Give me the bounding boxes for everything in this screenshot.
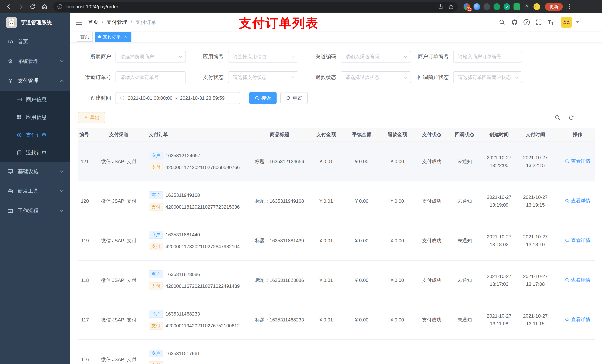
view-detail-link[interactable]: 查看详情: [565, 316, 590, 323]
breadcrumb-home[interactable]: 首页: [88, 19, 103, 26]
pay-order-no: 4200001181202110277723215336: [165, 204, 240, 210]
cell-created: 2021-10-2713:18:02: [481, 221, 517, 260]
sidebar-item-label: 应用信息: [26, 114, 47, 121]
site-info-icon[interactable]: [57, 4, 63, 10]
refresh-icon[interactable]: [568, 114, 575, 121]
merchant-select[interactable]: [116, 51, 186, 62]
cell-fee: ¥ 0.00: [344, 221, 379, 260]
tag-pay-order[interactable]: 支付订单 ×: [95, 32, 131, 42]
browser-menu-icon[interactable]: [567, 3, 572, 11]
share-icon[interactable]: [438, 4, 443, 10]
extensions-area: 10 更新: [461, 3, 575, 11]
back-icon[interactable]: [4, 1, 14, 12]
refund-status-select[interactable]: [341, 71, 411, 83]
extension-check-icon[interactable]: [504, 3, 510, 10]
cell-paid: 2021-10-2713:18:10: [517, 221, 553, 260]
field-label: 创建时间: [78, 94, 116, 102]
document-icon: [16, 150, 22, 156]
cell-order: 商户1635311949168 支付4200001181202110277723…: [143, 181, 251, 221]
pay-tag: 支付: [149, 164, 163, 171]
breadcrumb-payment[interactable]: 支付管理: [107, 19, 132, 26]
browser-update-button[interactable]: 更新: [545, 3, 563, 11]
avatar-caret-icon[interactable]: [576, 21, 579, 23]
channel-code-input[interactable]: [341, 51, 411, 62]
help-icon[interactable]: ?: [524, 19, 530, 25]
app-title: 芋道管理系统: [21, 19, 52, 26]
cell-refund: ¥ 0.00: [379, 300, 415, 340]
font-size-icon[interactable]: TT: [548, 19, 553, 25]
top-navbar: 首页 支付管理 支付订单 支付订单列表 ? TT: [70, 13, 602, 31]
table-row: 118 微信 JSAPI 支付 商户1635311823086 支付420000…: [78, 260, 595, 300]
view-detail-link[interactable]: 查看详情: [565, 198, 590, 204]
cell-title: 标题：1635311468233: [251, 300, 308, 340]
chevron-down-icon: [60, 208, 64, 212]
refund-status-input[interactable]: [341, 71, 411, 83]
github-icon[interactable]: [511, 19, 518, 26]
sidebar-item-refund-order[interactable]: 退款订单: [0, 144, 70, 162]
extension-pin-icon[interactable]: [524, 3, 530, 10]
app-logo[interactable]: 芋道管理系统: [0, 13, 70, 32]
extension-colorful-icon[interactable]: 10: [463, 3, 470, 10]
sidebar-item-system[interactable]: ⚙ 系统管理: [0, 52, 70, 71]
cell-action: 查看详情: [553, 221, 595, 260]
bookmark-star-icon[interactable]: [448, 4, 454, 10]
sidebar-item-app-info[interactable]: 应用信息: [0, 108, 70, 126]
channel-order-no-field[interactable]: [116, 71, 186, 83]
sidebar-item-label: 首页: [18, 38, 28, 45]
extension-green-icon[interactable]: [494, 3, 500, 10]
channel-order-no-input[interactable]: [116, 71, 186, 83]
cell-action: 查看详情: [553, 260, 595, 300]
pay-status-select[interactable]: [228, 71, 298, 83]
pay-order-no: 4200001167202110271022491439: [165, 283, 240, 289]
extension-dark-icon[interactable]: [484, 3, 490, 10]
cell-paid: 2021-10-2713:17:08: [517, 260, 553, 300]
search-toggle-icon[interactable]: [554, 114, 561, 121]
field-label: 渠道编码: [303, 53, 341, 60]
app-select[interactable]: [228, 51, 298, 62]
search-icon[interactable]: [498, 19, 506, 26]
sidebar-item-pay-order[interactable]: 支付订单: [0, 126, 70, 144]
profile-emoji-icon[interactable]: [534, 3, 540, 10]
cell-amount: ¥ 0.01: [308, 142, 344, 181]
fullscreen-icon[interactable]: [535, 19, 542, 26]
app-select-input[interactable]: [228, 51, 298, 62]
url-bar[interactable]: localhost:1024/pay/order: [53, 2, 458, 12]
reload-icon[interactable]: [27, 1, 38, 12]
date-range-picker[interactable]: 2021-10-01 00:00:00 - 2021-10-31 23:59:5…: [116, 92, 240, 104]
field-label: 渠道订单号: [78, 74, 116, 81]
view-detail-link[interactable]: 查看详情: [565, 277, 590, 283]
sidebar-item-devtools[interactable]: 研发工具: [0, 181, 70, 201]
extension-blue-drop-icon[interactable]: [473, 3, 480, 10]
sidebar-item-payment[interactable]: ¥ 支付管理: [0, 71, 70, 91]
pay-status-input[interactable]: [228, 71, 298, 83]
sidebar-item-infrastructure[interactable]: 基础设施: [0, 162, 70, 181]
channel-code-select[interactable]: [341, 51, 411, 62]
merchant-order-no-input[interactable]: [453, 51, 522, 62]
search-button[interactable]: 搜索: [249, 92, 277, 104]
sidebar-toggle-icon[interactable]: [70, 13, 88, 31]
merchant-order-no-field[interactable]: [453, 51, 522, 62]
close-icon[interactable]: ×: [123, 34, 128, 39]
home-icon[interactable]: [39, 1, 50, 12]
avatar[interactable]: [561, 17, 572, 28]
tag-home[interactable]: 首页: [77, 32, 93, 42]
sidebar-item-workflow[interactable]: 工作流程: [0, 201, 70, 220]
view-detail-link[interactable]: 查看详情: [565, 237, 590, 244]
forward-icon[interactable]: [16, 1, 26, 12]
view-detail-link[interactable]: 查看详情: [565, 158, 590, 165]
cell-notify: 未通知: [448, 221, 481, 260]
export-button[interactable]: 导出: [78, 112, 105, 123]
cell-refund: ¥ 0.00: [379, 221, 415, 260]
page-content: 所属商户 应用编号 渠道编码: [70, 43, 602, 364]
sidebar-item-home[interactable]: 首页: [0, 32, 70, 52]
sidebar-item-merchant-info[interactable]: 商户信息: [0, 91, 70, 108]
notify-status-input[interactable]: [453, 71, 522, 83]
cell-channel: 微信 JSAPI 支付: [94, 221, 143, 260]
extension-green-square-icon[interactable]: [514, 3, 520, 10]
merchant-select-input[interactable]: [116, 51, 186, 62]
reset-button[interactable]: 重置: [280, 92, 308, 104]
cell-status: 支付成功: [415, 142, 448, 181]
cell-id: 120: [78, 181, 94, 221]
notify-status-select[interactable]: [453, 71, 522, 83]
chevron-down-icon: [60, 59, 64, 62]
